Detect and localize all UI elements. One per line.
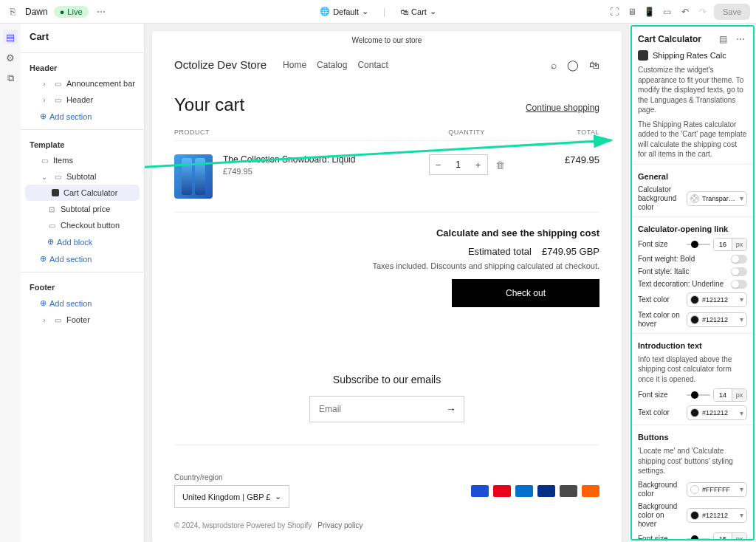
tree-header[interactable]: ›▭Header — [21, 92, 144, 108]
underline-toggle[interactable] — [731, 280, 747, 289]
app-icon — [638, 50, 648, 61]
product-name[interactable]: The Collection Snowboard: Liquid — [223, 154, 408, 165]
account-icon[interactable]: ◯ — [567, 59, 579, 71]
btn-fs-slider[interactable] — [687, 538, 710, 540]
buttons-desc: 'Locate me' and 'Calculate shipping cost… — [638, 446, 747, 476]
intro-fs-slider[interactable] — [687, 394, 710, 396]
announce-icon: ▭ — [53, 79, 62, 88]
nav-contact[interactable]: Contact — [357, 60, 388, 70]
search-icon[interactable]: ⌕ — [551, 59, 557, 71]
inspector-icon[interactable]: ⛶ — [608, 5, 621, 18]
italic-toggle[interactable] — [731, 267, 747, 276]
rp-menu-icon[interactable]: ▤ — [716, 32, 729, 46]
hover-color-picker[interactable]: #121212▾ — [687, 312, 747, 327]
rp-more-icon[interactable]: ⋯ — [734, 32, 747, 46]
cart-row: The Collection Snowboard: Liquid £749.95… — [174, 141, 599, 213]
est-value: £749.95 GBP — [542, 246, 599, 257]
est-label: Estimated total — [468, 246, 532, 257]
page-dropdown[interactable]: 🛍 Cart ⌄ — [394, 4, 442, 19]
tree-cart-calculator[interactable]: Cart Calculator — [25, 185, 140, 201]
rp-desc1: Customize the widget's appearance to fit… — [638, 65, 747, 115]
apps-icon[interactable]: ⧉ — [3, 71, 18, 86]
font-size-slider[interactable] — [687, 244, 710, 245]
region-select[interactable]: United Kingdom | GBP £⌄ — [174, 485, 289, 508]
dropdown-icon: ▾ — [740, 511, 743, 519]
footer-icon: ▭ — [53, 315, 62, 324]
preview: Welcome to our store Octolize Dev Store … — [152, 31, 622, 542]
continue-shopping-link[interactable]: Continue shopping — [526, 103, 599, 113]
text-color-picker[interactable]: #121212▾ — [687, 292, 747, 307]
quantity-stepper[interactable]: − + — [429, 154, 488, 175]
btn-bg-hover-label: Background color on hover — [638, 502, 682, 529]
color-swatch — [690, 315, 699, 324]
privacy-link[interactable]: Privacy policy — [317, 521, 362, 529]
rp-title: Cart Calculator — [638, 34, 701, 44]
chevron-down-icon: ⌄ — [40, 172, 49, 181]
intro-fs-input[interactable] — [714, 389, 732, 401]
bg-color-picker[interactable]: Transparent▾ — [687, 191, 747, 206]
tree-footer[interactable]: ›▭Footer — [21, 312, 144, 328]
checkout-button[interactable]: Check out — [452, 279, 599, 307]
diners-icon — [560, 485, 577, 497]
intro-color-picker[interactable]: #121212▾ — [687, 405, 747, 420]
btn-bg-label: Background color — [638, 481, 682, 498]
mobile-icon[interactable]: 📱 — [643, 5, 656, 18]
tree-subtotal-price[interactable]: ⊡Subtotal price — [21, 201, 144, 217]
chevron-right-icon: › — [40, 315, 49, 324]
subscribe-title: Subscribe to our emails — [174, 374, 599, 385]
subtotal-icon: ▭ — [53, 172, 62, 181]
qty-input[interactable] — [447, 159, 470, 170]
add-section-link-2[interactable]: ⊕ Add section — [21, 250, 144, 267]
chevron-down-icon: ⌄ — [275, 492, 281, 501]
add-section-link-3[interactable]: ⊕ Add section — [21, 295, 144, 312]
dropdown-icon: ▾ — [740, 485, 743, 493]
calc-title[interactable]: Calculate and see the shipping cost — [174, 227, 599, 239]
qty-minus[interactable]: − — [430, 159, 447, 171]
dropdown-icon: ▾ — [740, 315, 743, 323]
tree-subtotal[interactable]: ⌄▭Subtotal — [21, 168, 144, 185]
sections-icon[interactable]: ▤ — [3, 30, 18, 44]
cart-icon[interactable]: 🛍 — [589, 59, 599, 71]
tree-items[interactable]: ▭Items — [21, 152, 144, 168]
rail: ▤ ⚙ ⧉ — [0, 24, 21, 542]
chevron-down-icon: ⌄ — [430, 7, 436, 16]
btn-bg-picker[interactable]: #FFFFFF▾ — [687, 482, 747, 497]
col-quantity: QUANTITY — [408, 128, 526, 136]
add-block-link[interactable]: ⊕ Add block — [21, 233, 144, 250]
undo-icon[interactable]: ↶ — [678, 5, 692, 18]
left-panel: Cart Header ›▭Announcement bar ›▭Header … — [21, 24, 145, 542]
right-panel: Cart Calculator ▤ ⋯ Shipping Rates Calc … — [630, 25, 755, 541]
nav-catalog[interactable]: Catalog — [317, 60, 347, 70]
add-section-link[interactable]: ⊕ Add section — [21, 108, 144, 125]
fullwidth-icon[interactable]: ▭ — [661, 5, 674, 18]
section-buttons: Buttons — [638, 433, 747, 442]
tree-announcement[interactable]: ›▭Announcement bar — [21, 75, 144, 92]
more-icon[interactable]: ⋯ — [94, 5, 108, 18]
chevron-down-icon: ⌄ — [362, 7, 368, 16]
desktop-icon[interactable]: 🖥 — [625, 5, 639, 18]
email-field[interactable] — [310, 397, 439, 422]
btn-bg-hover-picker[interactable]: #121212▾ — [687, 508, 747, 523]
font-size-input[interactable] — [714, 239, 732, 250]
section-footer: Footer — [21, 277, 144, 295]
exit-icon[interactable]: ⎘ — [6, 5, 19, 18]
settings-icon[interactable]: ⚙ — [3, 50, 18, 65]
bold-toggle[interactable] — [731, 255, 747, 264]
product-thumbnail[interactable] — [174, 154, 213, 199]
globe-dropdown[interactable]: 🌐 Default ⌄ — [314, 4, 374, 19]
tree-checkout-button[interactable]: ▭Checkout button — [21, 217, 144, 233]
nav-home[interactable]: Home — [283, 60, 306, 70]
section-intro: Introduction text — [638, 341, 747, 350]
save-button[interactable]: Save — [714, 4, 750, 20]
chevron-right-icon: › — [40, 95, 49, 104]
rp-app-link[interactable]: Shipping Rates Calc — [638, 50, 747, 61]
redo-icon[interactable]: ↷ — [696, 5, 709, 18]
dropdown-icon: ▾ — [740, 409, 743, 417]
remove-item-icon[interactable]: 🗑 — [495, 159, 505, 171]
font-size-label: Font size — [638, 240, 682, 249]
qty-plus[interactable]: + — [470, 159, 487, 171]
btn-fs-input[interactable] — [714, 533, 732, 541]
tax-note: Taxes included. Discounts and shipping c… — [174, 261, 599, 270]
subscribe-submit[interactable]: → — [439, 397, 464, 422]
nav: Home Catalog Contact — [283, 60, 388, 70]
